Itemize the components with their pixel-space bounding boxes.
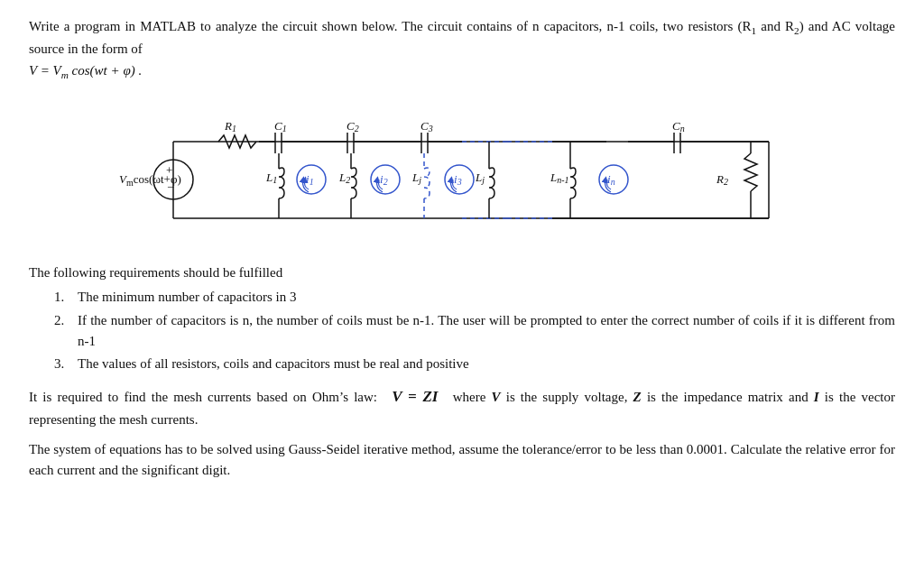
req-num-1: 1. <box>54 287 70 308</box>
list-item: 2. If the number of capacitors is n, the… <box>54 310 895 353</box>
circuit-svg: .circ-text { font-family: 'Times New Rom… <box>119 92 805 250</box>
ohms-law-paragraph: It is required to find the mesh currents… <box>29 385 895 430</box>
list-item: 1. The minimum number of capacitors in 3 <box>54 287 895 308</box>
req-num-3: 3. <box>54 354 70 374</box>
svg-text:Ln-1: Ln-1 <box>550 170 569 185</box>
current-var: I <box>814 390 819 404</box>
svg-text:R1: R1 <box>224 119 236 134</box>
svg-text:Lj: Lj <box>475 170 485 185</box>
svg-text:C3: C3 <box>420 119 433 134</box>
svg-text:C2: C2 <box>346 119 359 134</box>
svg-text:in: in <box>607 172 615 187</box>
requirements-title: The following requirements should be ful… <box>29 262 895 283</box>
voltage-var: V <box>492 390 501 404</box>
circuit-diagram: .circ-text { font-family: 'Times New Rom… <box>29 92 895 250</box>
req-text-2: If the number of capacitors is n, the nu… <box>78 310 895 353</box>
svg-text:C1: C1 <box>274 119 287 134</box>
svg-text:R2: R2 <box>716 172 728 187</box>
svg-text:L1: L1 <box>265 170 277 185</box>
gauss-paragraph: The system of equations has to be solved… <box>29 439 895 482</box>
req-text-3: The values of all resistors, coils and c… <box>78 354 469 374</box>
svg-text:Vmcos(ωt+φ): Vmcos(ωt+φ) <box>119 172 181 188</box>
requirements-list: 1. The minimum number of capacitors in 3… <box>54 287 895 374</box>
ohms-law-formula: V = ZI <box>392 388 438 405</box>
svg-text:i1: i1 <box>306 172 314 187</box>
svg-text:i2: i2 <box>380 172 388 187</box>
svg-text:Lj: Lj <box>411 170 421 185</box>
svg-text:i3: i3 <box>454 172 462 187</box>
svg-text:Cn: Cn <box>672 119 685 134</box>
list-item: 3. The values of all resistors, coils an… <box>54 354 895 374</box>
impedance-var: Z <box>633 390 642 404</box>
req-text-1: The minimum number of capacitors in 3 <box>78 287 296 308</box>
svg-text:L2: L2 <box>338 170 350 185</box>
req-num-2: 2. <box>54 310 70 353</box>
problem-statement: Write a program in MATLAB to analyze the… <box>29 16 895 83</box>
